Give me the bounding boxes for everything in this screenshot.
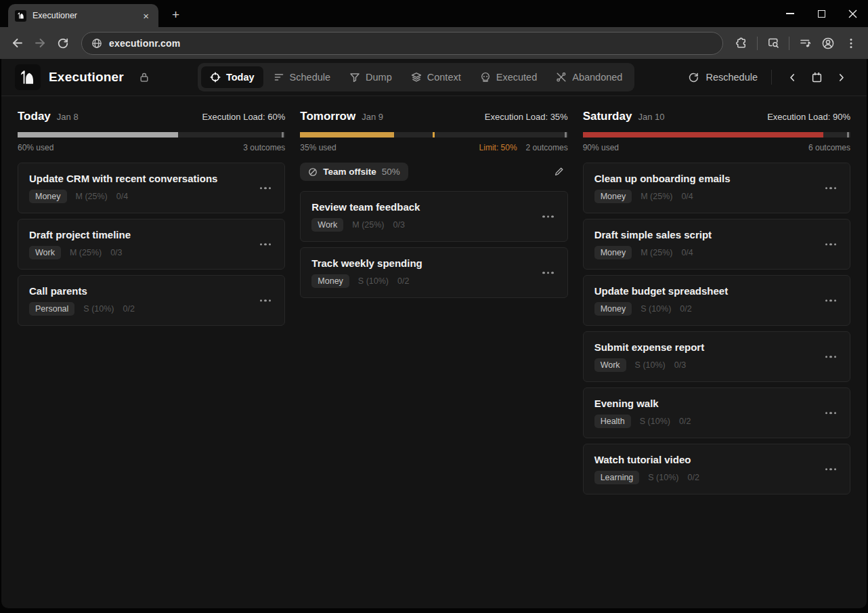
forward-button[interactable] (28, 32, 51, 55)
task-title: Track weekly spending (311, 257, 556, 269)
browser-toolbar: executionr.com (0, 27, 868, 59)
reschedule-button[interactable]: Reschedule (682, 68, 763, 87)
back-button[interactable] (5, 32, 28, 55)
task-card[interactable]: Call parents Personal S (10%) 0/2 (18, 275, 285, 326)
tab-context[interactable]: Context (402, 66, 470, 88)
task-card[interactable]: Review team feedback Work M (25%) 0/3 (300, 191, 567, 242)
reschedule-label: Reschedule (706, 72, 758, 83)
task-menu-button[interactable] (257, 184, 274, 192)
minimize-button[interactable] (775, 0, 806, 27)
tab-title: Executioner (32, 11, 134, 20)
bar-end-tick (282, 132, 284, 138)
tab-search-icon[interactable] (762, 32, 785, 55)
chevron-right-icon (836, 72, 846, 83)
task-menu-button[interactable] (257, 297, 274, 305)
task-menu-button[interactable] (823, 409, 840, 417)
maximize-button[interactable] (806, 0, 837, 27)
task-progress: 0/3 (110, 248, 122, 257)
execution-load: Execution Load: 60% (202, 112, 285, 122)
edit-blockers-button[interactable] (550, 164, 568, 179)
task-menu-button[interactable] (823, 184, 840, 192)
task-tag: Learning (594, 471, 640, 484)
task-size: M (25%) (641, 192, 672, 201)
task-size: S (10%) (83, 304, 114, 314)
tab-abandoned[interactable]: Abandoned (547, 66, 631, 88)
task-size: M (25%) (641, 248, 672, 257)
task-size: S (10%) (641, 304, 671, 314)
tab-executed[interactable]: Executed (471, 66, 546, 88)
refresh-icon (688, 72, 699, 83)
profile-icon[interactable] (817, 32, 840, 55)
column-header: Saturday Jan 10 Execution Load: 90% (583, 110, 850, 123)
tab-label: Dump (366, 72, 392, 83)
limit-label: Limit: 50% (479, 143, 517, 152)
prev-day-button[interactable] (780, 66, 804, 89)
task-card[interactable]: Update CRM with recent conversations Mon… (18, 163, 285, 213)
tab-dump[interactable]: Dump (341, 66, 401, 88)
blocker-chip[interactable]: Team offsite 50% (300, 163, 408, 181)
task-list: Review team feedback Work M (25%) 0/3 Tr… (300, 191, 567, 298)
site-globe-icon[interactable] (91, 38, 102, 49)
calendar-button[interactable] (804, 66, 829, 89)
tab-label: Schedule (290, 72, 330, 83)
load-bar-fill (583, 132, 824, 138)
blocker-row: Team offsite 50% (300, 163, 567, 181)
reload-button[interactable] (51, 32, 74, 55)
column-subline: 90% used 6 outcomes (583, 143, 850, 152)
task-progress: 0/2 (687, 473, 699, 482)
task-menu-button[interactable] (540, 213, 557, 221)
extensions-icon[interactable] (730, 32, 753, 55)
task-progress: 0/2 (397, 276, 409, 286)
used-label: 60% used (18, 143, 53, 152)
tab-schedule[interactable]: Schedule (265, 66, 339, 88)
task-menu-button[interactable] (257, 240, 274, 249)
task-meta: Learning S (10%) 0/2 (594, 471, 839, 484)
bar-end-tick (847, 132, 849, 138)
task-menu-button[interactable] (823, 240, 840, 249)
execution-load: Execution Load: 90% (767, 112, 850, 122)
task-card[interactable]: Watch tutorial video Learning S (10%) 0/… (583, 444, 850, 494)
task-tag: Money (311, 274, 349, 288)
task-size: S (10%) (648, 473, 678, 482)
task-list: Update CRM with recent conversations Mon… (18, 163, 285, 326)
blocked-icon (308, 167, 318, 177)
tab-close-icon[interactable]: × (140, 9, 152, 22)
task-menu-button[interactable] (823, 353, 840, 361)
tab-today[interactable]: Today (201, 66, 263, 88)
day-column: Saturday Jan 10 Execution Load: 90% 90% … (583, 110, 850, 500)
task-title: Draft project timeline (29, 229, 274, 240)
task-size: S (10%) (640, 417, 670, 426)
task-tag: Money (29, 190, 67, 203)
task-title: Evening walk (594, 398, 839, 409)
task-menu-button[interactable] (823, 465, 840, 473)
next-day-button[interactable] (829, 66, 853, 89)
window-controls (775, 0, 868, 27)
close-button[interactable] (837, 0, 868, 27)
task-card[interactable]: Evening walk Health S (10%) 0/2 (583, 387, 850, 438)
address-bar[interactable]: executionr.com (81, 32, 723, 55)
browser-menu-icon[interactable] (840, 32, 863, 55)
task-progress: 0/2 (680, 304, 691, 314)
used-label: 90% used (583, 143, 619, 152)
task-tag: Work (594, 358, 626, 372)
task-size: S (10%) (635, 360, 666, 370)
task-card[interactable]: Draft simple sales script Money M (25%) … (583, 219, 850, 270)
new-tab-button[interactable]: + (172, 8, 179, 21)
column-header: Today Jan 8 Execution Load: 60% (18, 110, 285, 123)
outcomes-label: 3 outcomes (243, 143, 285, 152)
task-card[interactable]: Track weekly spending Money S (10%) 0/2 (300, 247, 567, 298)
browser-tab[interactable]: Executioner × (8, 4, 158, 27)
main-nav: Today Schedule Dump Context Executed (198, 63, 634, 91)
executioner-logo-icon (15, 64, 41, 90)
media-controls-icon[interactable] (794, 32, 817, 55)
task-card[interactable]: Update budget spreadsheet Money S (10%) … (583, 275, 850, 326)
task-menu-button[interactable] (540, 269, 557, 277)
tab-label: Context (427, 72, 461, 83)
task-meta: Money M (25%) 0/4 (594, 246, 839, 259)
task-menu-button[interactable] (823, 297, 840, 305)
task-card[interactable]: Draft project timeline Work M (25%) 0/3 (18, 219, 285, 270)
url-text[interactable]: executionr.com (109, 38, 181, 49)
task-card[interactable]: Submit expense report Work S (10%) 0/3 (583, 331, 850, 382)
task-card[interactable]: Clean up onboarding emails Money M (25%)… (583, 163, 850, 213)
tab-label: Executed (496, 72, 537, 83)
